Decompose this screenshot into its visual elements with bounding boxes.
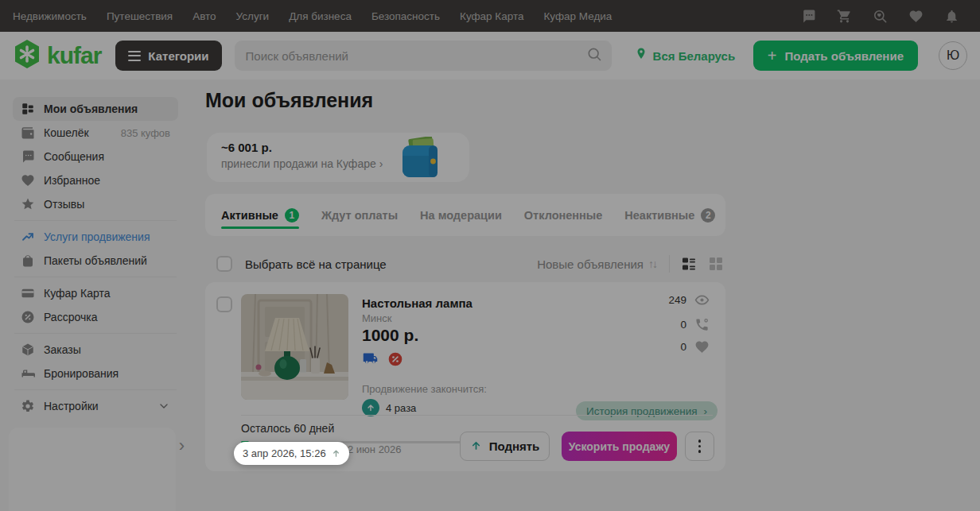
kufar-my-listings-page: Недвижимость Путешествия Авто Услуги Для… xyxy=(0,0,980,511)
listing-start-date-highlight: 3 апр 2026, 15:26 xyxy=(234,442,349,465)
raised-arrow-icon xyxy=(332,447,340,461)
listing-start-date: 3 апр 2026, 15:26 xyxy=(243,447,326,459)
dim-overlay[interactable] xyxy=(0,0,980,511)
